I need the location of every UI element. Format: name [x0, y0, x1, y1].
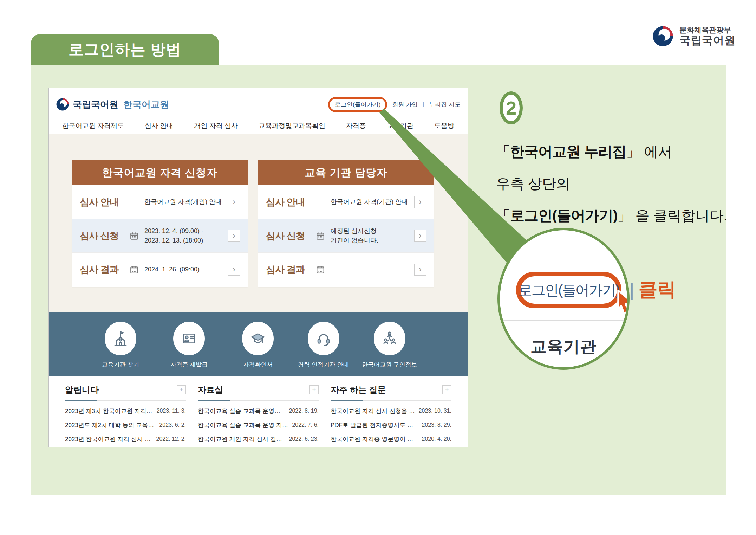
- quicklink-career-institution[interactable]: 경력 인정기관 안내: [292, 322, 355, 369]
- nav-item-qualification-system[interactable]: 한국어교원 자격제도: [62, 121, 124, 130]
- divider: [500, 320, 627, 321]
- site-logo[interactable]: 국립국어원 한국어교원: [56, 98, 169, 111]
- site-logo-org: 국립국어원: [73, 98, 118, 111]
- chevron-right-icon[interactable]: ›: [414, 230, 426, 242]
- plus-icon[interactable]: +: [442, 385, 451, 394]
- list-item[interactable]: 한국어교육 실습 교과목 운영 지침⋯ 2022. 7. 6.: [198, 418, 319, 432]
- row-label: 심사 안내: [80, 196, 130, 208]
- news-title: 자주 하는 질문: [331, 384, 386, 395]
- site-content: 한국어교원 자격 신청자 심사 안내 한국어교원 자격(개인) 안내 › 심사 …: [49, 134, 468, 312]
- sitemap-link[interactable]: 누리집 지도: [429, 101, 461, 109]
- nav-item-review-guide[interactable]: 심사 안내: [145, 121, 173, 130]
- quicklink-band: 교육기관 찾기 자격증 재발급: [49, 312, 468, 376]
- brand-institute: 국립국어원: [679, 34, 736, 47]
- card-institution: 교육 기관 담당자 심사 안내 한국어교원 자격(기관) 안내 › 심사 신청 …: [258, 160, 434, 287]
- taegeuk-icon: [652, 25, 674, 47]
- instruction-line: 「한국어교원 누리집」 에서: [496, 142, 728, 174]
- news-title: 알립니다: [65, 384, 99, 395]
- click-label: 클릭: [639, 277, 676, 303]
- quicklink-label: 경력 인정기관 안내: [298, 361, 349, 369]
- row-desc: 한국어교원 자격(기관) 안내: [331, 197, 408, 207]
- calendar-icon: [316, 231, 325, 240]
- divider: [65, 400, 186, 401]
- card-row: 심사 안내 한국어교원 자격(개인) 안내 ›: [72, 185, 248, 219]
- calendar-icon: [130, 231, 139, 240]
- chevron-right-icon[interactable]: ›: [228, 196, 240, 208]
- login-button-highlight[interactable]: 로그인(들어가기): [516, 272, 621, 308]
- chevron-right-icon[interactable]: ›: [414, 264, 426, 276]
- card-row: 심사 신청 예정된 심사신청 기간이 없습니다. ›: [258, 219, 434, 252]
- news-column-resources: 자료실 + 한국어교육 실습 교과목 운영에 ⋯ 2022. 8. 19. 한국…: [198, 384, 319, 447]
- card-row: 심사 신청 2023. 12. 4. (09:00)~ 2023. 12. 13…: [72, 219, 248, 252]
- join-link[interactable]: 회원 가입: [392, 101, 418, 109]
- chevron-right-icon[interactable]: ›: [228, 264, 240, 276]
- news-column-faq: 자주 하는 질문 + 한국어교원 자격 심사 신청을 위해⋯ 2023. 10.…: [331, 384, 451, 447]
- nav-item-certificate[interactable]: 자격증: [346, 121, 366, 130]
- news-column-notices: 알립니다 + 2023년 제3차 한국어교원 자격 ⋯ 2023. 11. 3.…: [65, 384, 186, 447]
- login-button[interactable]: 로그인(들어가기): [328, 97, 387, 112]
- building-flag-icon: [111, 329, 130, 348]
- quicklink-find-institution[interactable]: 교육기관 찾기: [89, 322, 152, 369]
- chevron-right-icon[interactable]: ›: [228, 230, 240, 242]
- main-nav: 한국어교원 자격제도 심사 안내 개인 자격 심사 교육과정및교과목확인 자격증…: [49, 117, 468, 134]
- quicklink-job-info[interactable]: 한국어교원 구인정보: [358, 322, 421, 369]
- list-item[interactable]: 2023년 제3차 한국어교원 자격 ⋯ 2023. 11. 3.: [65, 404, 186, 418]
- list-item[interactable]: 한국어교육 실습 교과목 운영에 ⋯ 2022. 8. 19.: [198, 404, 319, 418]
- card-row: 심사 안내 한국어교원 자격(기관) 안내 ›: [258, 185, 434, 219]
- step-instructions: 「한국어교원 누리집」 에서 우측 상단의 「로그인(들어가기)」 을 클릭합니…: [496, 142, 728, 238]
- magnifier-callout: 로그인(들어가기) 교육기관: [497, 228, 630, 370]
- quicklink-label: 한국어교원 구인정보: [362, 361, 417, 369]
- row-desc: 예정된 심사신청: [331, 226, 378, 236]
- quicklink-label: 교육기관 찾기: [102, 361, 139, 369]
- list-item[interactable]: 한국어교원 자격증 영문명이 궁금합⋯ 2020. 4. 20.: [331, 432, 451, 446]
- click-annotation: | 클릭: [630, 277, 676, 303]
- quicklink-qualification-confirmation[interactable]: 자격확인서: [226, 322, 289, 369]
- people-network-icon: [380, 329, 399, 348]
- divider: [331, 400, 451, 401]
- brand-logo: 문화체육관광부 국립국어원: [652, 25, 736, 47]
- website-screenshot: 국립국어원 한국어교원 로그인(들어가기) 회원 가입 | 누리집 지도 한국어…: [48, 88, 468, 447]
- quicklink-label: 자격확인서: [243, 361, 273, 369]
- brand-ministry: 문화체육관광부: [679, 26, 736, 34]
- list-item[interactable]: 2023년 한국어교원 자격 심사 일⋯ 2022. 12. 2.: [65, 432, 186, 446]
- row-label: 심사 결과: [266, 263, 316, 276]
- list-item[interactable]: 2023년도 제2차 대학 등의 교육과⋯ 2023. 6. 2.: [65, 418, 186, 432]
- row-desc2: 2023. 12. 13. (18:00): [144, 236, 203, 245]
- quicklink-label: 자격증 재발급: [170, 361, 208, 369]
- plus-icon[interactable]: +: [309, 385, 319, 394]
- nav-item-individual-review[interactable]: 개인 자격 심사: [194, 121, 238, 130]
- nav-item-institutions[interactable]: 교육기관: [387, 121, 413, 130]
- row-desc: 한국어교원 자격(개인) 안내: [144, 197, 222, 207]
- instruction-line: 우측 상단의: [496, 174, 728, 206]
- taegeuk-icon: [56, 98, 69, 111]
- nav-item-curriculum-check[interactable]: 교육과정및교과목확인: [259, 121, 325, 130]
- calendar-icon: [316, 265, 325, 274]
- list-item[interactable]: PDF로 발급된 전자증명서도 제출 ⋯ 2023. 8. 29.: [331, 418, 451, 432]
- utility-separator: |: [423, 101, 424, 108]
- row-label: 심사 결과: [80, 263, 130, 276]
- headset-icon: [314, 329, 333, 348]
- utility-bar: 로그인(들어가기) 회원 가입 | 누리집 지도: [328, 97, 461, 112]
- row-label: 심사 신청: [266, 230, 316, 242]
- id-card-icon: [180, 329, 198, 348]
- card-row: 심사 결과 ›: [258, 252, 434, 286]
- list-item[interactable]: 한국어교원 자격 심사 신청을 위해⋯ 2023. 10. 31.: [331, 404, 451, 418]
- instruction-line: 「로그인(들어가기)」 을 클릭합니다.: [496, 206, 728, 238]
- divider: [198, 400, 319, 401]
- row-desc: 2023. 12. 4. (09:00)~: [144, 226, 203, 236]
- list-item[interactable]: 한국어교원 개인 자격 심사 결과(⋯ 2022. 6. 23.: [198, 432, 319, 446]
- plus-icon[interactable]: +: [177, 385, 186, 394]
- card-title: 교육 기관 담당자: [258, 160, 434, 185]
- graduation-cap-icon: [248, 329, 267, 348]
- cursor-icon: [615, 289, 630, 315]
- card-applicant: 한국어교원 자격 신청자 심사 안내 한국어교원 자격(개인) 안내 › 심사 …: [72, 160, 248, 287]
- site-header: 국립국어원 한국어교원 로그인(들어가기) 회원 가입 | 누리집 지도: [49, 92, 468, 117]
- slide-title: 로그인하는 방법: [69, 39, 181, 60]
- chevron-right-icon[interactable]: ›: [414, 196, 426, 208]
- nav-item-help[interactable]: 도움방: [434, 121, 454, 130]
- row-label: 심사 안내: [266, 196, 316, 208]
- news-title: 자료실: [198, 384, 223, 395]
- quicklink-certificate-reissue[interactable]: 자격증 재발급: [157, 322, 221, 369]
- row-label: 심사 신청: [80, 230, 130, 242]
- site-logo-service: 한국어교원: [123, 98, 169, 111]
